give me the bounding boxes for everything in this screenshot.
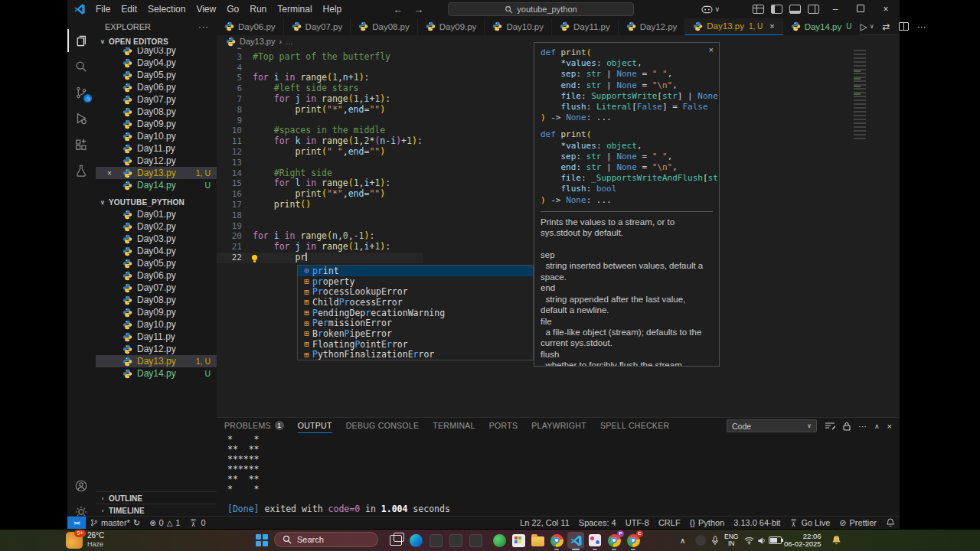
panel-more-icon[interactable]: ··· [858,422,867,431]
code-line[interactable]: 12 print(" ",end="") [217,147,423,158]
code-line[interactable]: 11 for k in range(1,2*(n-i)+1): [217,136,423,147]
code-line[interactable]: 6 #left side stars [217,83,423,94]
open-output-in-editor-icon[interactable] [825,422,835,430]
language-mode-item[interactable]: {}Python [685,518,730,527]
taskbar-app-dark3[interactable] [467,532,484,549]
open-editor-item[interactable]: Day05.py [96,69,217,81]
close-window-button[interactable]: × [877,4,895,15]
open-editor-item[interactable]: Day03.py [96,47,217,57]
tree-item[interactable]: Day01.py [96,208,217,220]
menu-run[interactable]: Run [244,4,272,15]
lightbulb-icon[interactable] [250,254,259,263]
menu-selection[interactable]: Selection [142,4,191,15]
taskbar-app-edge[interactable] [407,532,424,549]
editor-tab[interactable]: Day13.py1, U× [685,18,782,35]
panel-tab-spell-checker[interactable]: SPELL CHECKER [600,418,669,433]
toggle-secondary-sidebar-icon[interactable] [808,5,819,14]
minimize-button[interactable]: – [826,4,844,15]
panel-tab-output[interactable]: OUTPUT [298,418,332,433]
notifications-bell-icon[interactable] [881,518,900,527]
customize-layout-icon[interactable] [753,5,764,14]
source-control-icon[interactable]: ◷ [67,81,95,104]
nav-forward-icon[interactable]: → [413,4,423,15]
outline-section[interactable]: › OUTLINE [96,491,217,504]
sidebar-more-icon[interactable]: ··· [198,22,209,31]
microphone-icon[interactable] [711,530,719,551]
nav-back-icon[interactable]: ← [393,4,403,15]
command-center-search[interactable]: youtube_python [448,2,634,16]
run-debug-icon[interactable] [67,107,95,130]
tree-item[interactable]: Day09.py [96,306,217,318]
editor-more-actions-icon[interactable]: ··· [917,21,926,32]
taskbar-app-chromec[interactable]: C [625,532,642,549]
code-line[interactable]: 3#Top part of the butterfly [217,52,423,63]
panel-tab-debug-console[interactable]: DEBUG CONSOLE [346,418,420,433]
folder-section-header[interactable]: ∨ YOUTUBE_PYTHON [96,196,217,208]
cursor-position-item[interactable]: Ln 22, Col 11 [515,518,574,527]
editor-tab[interactable]: Day11.py [552,18,619,35]
close-icon[interactable]: × [107,169,112,178]
code-line[interactable]: 7 for j in range(1,i+1): [217,94,423,105]
volume-icon[interactable] [757,530,766,551]
tray-chevron-icon[interactable]: ∧ [680,530,685,551]
menu-help[interactable]: Help [318,4,348,15]
taskbar-app-green[interactable] [491,532,508,549]
panel-tab-ports[interactable]: PORTS [489,418,518,433]
code-line[interactable]: 4 [217,63,423,73]
open-editor-item[interactable]: Day12.py [96,155,217,167]
toggle-sidebar-icon[interactable] [771,5,782,14]
editor-tab[interactable]: Day14.pyU [783,18,861,35]
remote-indicator[interactable]: >< [67,517,86,529]
tree-item[interactable]: Day13.py1, U [96,355,217,367]
open-editors-header[interactable]: ∨ OPEN EDITORS [96,35,217,47]
menu-edit[interactable]: Edit [116,4,142,15]
code-line[interactable]: 18 [217,210,423,221]
maximize-panel-icon[interactable]: ∧ [874,422,880,430]
taskbar-app-chromep[interactable]: P [606,532,622,549]
ports-item[interactable]: 0 [185,518,210,527]
start-button[interactable] [256,534,268,546]
close-icon[interactable]: × [709,45,714,54]
search-view-icon[interactable] [67,55,95,78]
tree-item[interactable]: Day06.py [96,269,217,282]
editor-tab[interactable]: Day12.py [619,18,686,35]
taskbar-search[interactable]: Search [274,532,378,547]
tree-item[interactable]: Day14.pyU [96,367,217,380]
code-line[interactable]: 10 #spaces in the middle [217,126,423,136]
tree-item[interactable]: Day12.py [96,343,217,355]
taskbar-app-chrome1[interactable] [548,532,565,549]
taskbar-app-taskview[interactable] [387,532,404,549]
tree-item[interactable]: Day08.py [96,294,217,306]
code-line[interactable]: 8 print("*",end="") [217,105,423,116]
taskbar-app-snip[interactable] [586,532,603,549]
tree-item[interactable]: Day07.py [96,282,217,294]
tree-item[interactable]: Day02.py [96,220,217,233]
tree-item[interactable]: Day04.py [96,245,217,257]
weather-widget[interactable]: 9+ 26°C Haze [66,531,104,549]
editor-tab[interactable]: Day06.py [217,18,284,35]
copilot-icon[interactable]: ∨ [701,5,720,15]
git-branch-item[interactable]: master* ↻ [86,518,145,528]
breadcrumb-symbol[interactable]: ... [286,37,292,46]
tree-item[interactable]: Day10.py [96,318,217,331]
editor-tab[interactable]: Day07.py [284,18,351,35]
run-dropdown-icon[interactable]: ∨ [870,23,874,30]
code-line[interactable]: 21 for j in range(1,i+1): [217,242,423,253]
taskbar-app-vscode[interactable] [567,532,584,549]
editor-tab[interactable]: Day10.py [485,18,552,35]
restore-button[interactable] [851,4,870,15]
open-editor-item[interactable]: Day04.py [96,57,217,69]
close-icon[interactable]: × [769,21,774,31]
close-panel-icon[interactable]: × [887,422,892,431]
taskbar-app-dark2[interactable] [447,532,464,549]
open-changes-icon[interactable]: ⇄ [883,21,890,32]
completion-item[interactable]: ⊞PermissionError [298,318,533,328]
menu-file[interactable]: File [90,4,116,15]
completion-item[interactable]: ⊞ChildProcessError [298,297,533,308]
open-editor-item[interactable]: ×Day13.py1, U [96,167,217,179]
onedrive-icon[interactable] [695,530,706,551]
account-icon[interactable] [67,474,95,497]
open-editor-item[interactable]: Day10.py [96,130,217,142]
output-channel-select[interactable]: Code ∨ [727,419,817,432]
indentation-item[interactable]: Spaces: 4 [574,518,621,527]
